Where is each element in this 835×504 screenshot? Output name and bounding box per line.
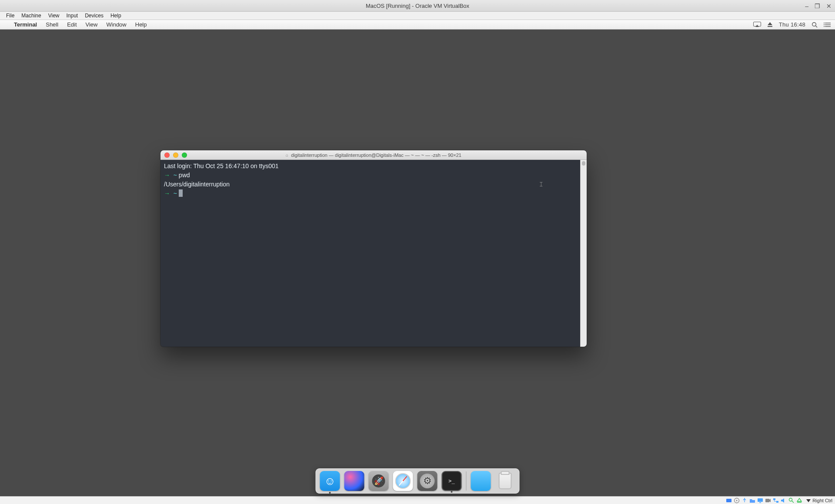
safari-icon bbox=[395, 473, 411, 489]
vbox-hostkey-label: Right Ctrl bbox=[812, 498, 832, 503]
terminal-cursor bbox=[179, 189, 183, 197]
terminal-command-1: pwd bbox=[179, 172, 190, 179]
virtualbox-statusbar: Right Ctrl bbox=[0, 496, 835, 504]
vbox-menu-help[interactable]: Help bbox=[107, 12, 125, 20]
home-folder-icon: ⌂ bbox=[286, 153, 288, 157]
svg-marker-23 bbox=[797, 498, 802, 501]
svg-line-5 bbox=[815, 26, 817, 27]
vbox-status-hd-icon[interactable] bbox=[726, 497, 732, 504]
arrow-down-icon bbox=[806, 498, 811, 503]
prompt-cwd: ~ bbox=[174, 190, 177, 197]
vbox-status-shared-folder-icon[interactable] bbox=[749, 497, 755, 504]
svg-rect-15 bbox=[758, 498, 763, 502]
gear-icon: ⚙ bbox=[420, 474, 435, 488]
vbox-status-mouse-integration-icon[interactable] bbox=[788, 497, 795, 504]
svg-rect-24 bbox=[797, 502, 802, 503]
vbox-hostkey-indicator[interactable]: Right Ctrl bbox=[806, 498, 832, 503]
vbox-status-recording-icon[interactable] bbox=[765, 497, 771, 504]
screen-mirroring-icon[interactable] bbox=[753, 22, 761, 27]
dock-terminal[interactable]: >_ bbox=[442, 471, 462, 491]
vbox-menu-machine[interactable]: Machine bbox=[18, 12, 44, 20]
prompt-arrow: → bbox=[164, 190, 170, 197]
svg-marker-1 bbox=[755, 25, 759, 27]
prompt-arrow: → bbox=[164, 172, 170, 179]
macos-menu-window[interactable]: Window bbox=[102, 21, 131, 28]
macos-menubar: Terminal Shell Edit View Window Help Thu… bbox=[0, 20, 835, 30]
vbox-status-display-icon[interactable] bbox=[757, 497, 763, 504]
svg-point-11 bbox=[824, 26, 825, 27]
svg-rect-12 bbox=[726, 499, 731, 502]
finder-icon: ☺ bbox=[324, 474, 336, 488]
svg-marker-21 bbox=[781, 498, 784, 503]
virtualbox-titlebar[interactable]: MacOS [Running] - Oracle VM VirtualBox –… bbox=[0, 0, 835, 12]
spotlight-icon[interactable] bbox=[812, 22, 818, 28]
macos-app-name[interactable]: Terminal bbox=[10, 21, 41, 28]
vbox-status-keyboard-icon[interactable] bbox=[796, 497, 802, 504]
vbox-status-usb-icon[interactable] bbox=[741, 497, 748, 504]
dock-separator bbox=[466, 471, 467, 491]
dock-siri[interactable] bbox=[344, 471, 364, 491]
launchpad-icon: 🚀 bbox=[372, 474, 385, 487]
dock-launchpad[interactable]: 🚀 bbox=[369, 471, 389, 491]
vbox-status-disc-icon[interactable] bbox=[734, 497, 740, 504]
svg-point-4 bbox=[812, 22, 816, 26]
dock-downloads[interactable] bbox=[471, 471, 491, 491]
terminal-scrollbar[interactable] bbox=[580, 160, 587, 347]
svg-marker-25 bbox=[806, 499, 811, 502]
vbox-close-button[interactable]: ✕ bbox=[826, 3, 832, 10]
terminal-output-1: /Users/digitalinterruption bbox=[164, 181, 230, 188]
terminal-content[interactable]: Last login: Thu Oct 25 16:47:10 on ttys0… bbox=[160, 160, 580, 347]
virtualbox-title: MacOS [Running] - Oracle VM VirtualBox bbox=[366, 3, 469, 9]
svg-rect-16 bbox=[759, 502, 761, 503]
dock-trash[interactable] bbox=[495, 471, 515, 491]
vbox-menu-devices[interactable]: Devices bbox=[81, 12, 107, 20]
menu-list-icon[interactable] bbox=[824, 22, 831, 27]
vbox-status-audio-icon[interactable] bbox=[781, 497, 787, 504]
vbox-menu-view[interactable]: View bbox=[45, 12, 63, 20]
terminal-window[interactable]: ⌂ digitalinterruption — digitalinterrupt… bbox=[160, 150, 587, 347]
dock-safari[interactable] bbox=[393, 471, 413, 491]
terminal-titlebar[interactable]: ⌂ digitalinterruption — digitalinterrupt… bbox=[160, 150, 587, 160]
prompt-cwd: ~ bbox=[174, 172, 177, 179]
vbox-menu-input[interactable]: Input bbox=[63, 12, 82, 20]
guest-viewport: Terminal Shell Edit View Window Help Thu… bbox=[0, 20, 835, 496]
svg-rect-17 bbox=[765, 499, 769, 502]
svg-marker-18 bbox=[769, 499, 771, 502]
svg-point-14 bbox=[736, 500, 738, 501]
macos-menu-help[interactable]: Help bbox=[131, 21, 151, 28]
terminal-minimize-button[interactable] bbox=[173, 153, 178, 158]
vbox-maximize-button[interactable]: ❐ bbox=[815, 3, 820, 10]
svg-point-9 bbox=[824, 23, 825, 23]
vbox-status-network-icon[interactable] bbox=[773, 497, 779, 504]
terminal-zoom-button[interactable] bbox=[182, 153, 187, 158]
macos-menu-shell[interactable]: Shell bbox=[41, 21, 63, 28]
macos-dock: ☺ 🚀 ⚙ >_ bbox=[316, 468, 520, 494]
text-ibeam-cursor-icon: 𝙸 bbox=[539, 180, 544, 189]
terminal-icon: >_ bbox=[448, 478, 454, 484]
svg-point-10 bbox=[824, 24, 825, 25]
svg-rect-19 bbox=[773, 498, 775, 500]
dock-system-preferences[interactable]: ⚙ bbox=[418, 471, 438, 491]
menubar-clock[interactable]: Thu 16:48 bbox=[779, 21, 805, 28]
terminal-title: digitalinterruption — digitalinterruptio… bbox=[291, 153, 461, 158]
macos-menu-view[interactable]: View bbox=[81, 21, 102, 28]
svg-rect-3 bbox=[768, 26, 772, 27]
macos-menu-edit[interactable]: Edit bbox=[63, 21, 81, 28]
terminal-last-login: Last login: Thu Oct 25 16:47:10 on ttys0… bbox=[164, 162, 279, 169]
terminal-close-button[interactable] bbox=[164, 153, 170, 158]
virtualbox-menubar: File Machine View Input Devices Help bbox=[0, 12, 835, 20]
vbox-minimize-button[interactable]: – bbox=[805, 3, 808, 10]
dock-finder[interactable]: ☺ bbox=[320, 471, 340, 491]
vbox-menu-file[interactable]: File bbox=[3, 12, 18, 20]
eject-icon[interactable] bbox=[767, 22, 773, 27]
trash-icon bbox=[499, 473, 512, 489]
svg-marker-2 bbox=[768, 22, 772, 25]
